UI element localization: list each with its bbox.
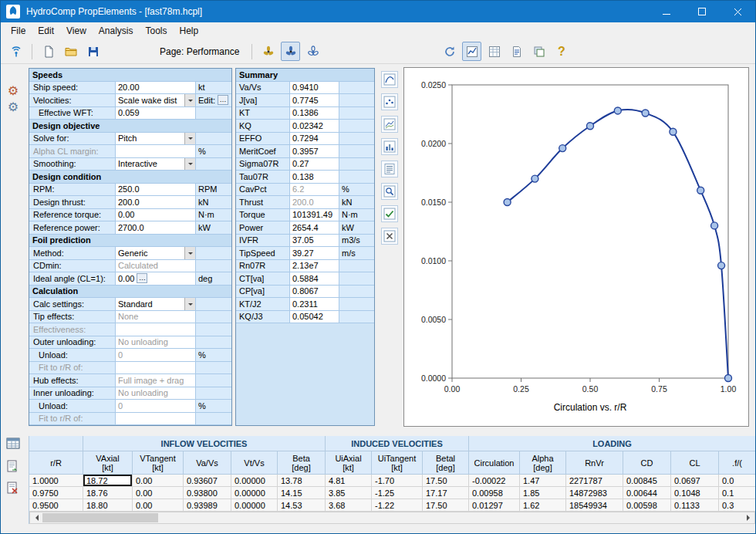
form-field-fit-to-r-r-of[interactable] — [116, 362, 196, 375]
curve-plot-button[interactable] — [381, 71, 398, 88]
data-point-7[interactable] — [697, 187, 704, 194]
col-header-f[interactable]: .f/( — [719, 451, 755, 475]
cancel-button[interactable] — [381, 228, 398, 245]
col-header-r-r[interactable]: r/R — [29, 451, 83, 475]
data-point-8[interactable] — [711, 222, 718, 229]
scroll-left-arrow[interactable] — [30, 512, 42, 523]
cell-vtangent-kt-2[interactable]: 0.00 — [133, 499, 184, 512]
data-point-10[interactable] — [725, 375, 732, 382]
wake-propeller-button[interactable] — [303, 42, 322, 61]
ellipsis-button[interactable]: … — [137, 273, 147, 283]
cell-beta-deg-0[interactable]: 13.78 — [278, 475, 326, 487]
col-header-cd[interactable]: CD — [623, 451, 671, 475]
cell-rnvr-1[interactable]: 14872983 — [566, 487, 623, 499]
help-button[interactable]: ? — [552, 42, 571, 61]
form-field-effective-wft[interactable]: 0.059 — [116, 107, 196, 120]
cell-va-vs-2[interactable]: 0.93989 — [184, 499, 231, 512]
save-file-button[interactable] — [83, 42, 103, 61]
cell-f-2[interactable]: 0.3 — [719, 499, 755, 512]
form-field-reference-power[interactable]: 2700.0 — [116, 221, 196, 235]
data-point-1[interactable] — [532, 175, 538, 182]
data-point-3[interactable] — [587, 123, 594, 130]
form-field-tip-effects[interactable]: None — [116, 311, 196, 324]
cell-beta-deg-2[interactable]: 14.53 — [278, 499, 326, 512]
dropdown-arrow-icon[interactable] — [184, 94, 195, 106]
export-table-button[interactable] — [4, 458, 22, 476]
design-propeller-button[interactable] — [258, 42, 278, 61]
scroll-right-arrow[interactable] — [742, 512, 754, 523]
dropdown-arrow-icon[interactable] — [184, 247, 195, 259]
cell-vaxial-kt-0[interactable]: 18.72 — [83, 475, 133, 487]
cell-cl-0[interactable]: 0.0697 — [671, 475, 719, 487]
data-point-2[interactable] — [559, 145, 566, 152]
minimize-button[interactable] — [649, 1, 684, 22]
horizontal-scrollbar[interactable] — [29, 512, 755, 524]
zoom-plot-button[interactable] — [381, 183, 398, 200]
col-header-alpha-deg[interactable]: Alpha [deg] — [520, 451, 566, 475]
form-field-velocities[interactable]: Scale wake dist — [116, 94, 196, 107]
col-header-beta-deg[interactable]: Beta [deg] — [278, 451, 326, 475]
cell-cd-2[interactable]: 0.00598 — [623, 499, 671, 512]
data-point-9[interactable] — [718, 262, 725, 269]
cell-vt-vs-1[interactable]: 0.00000 — [231, 487, 278, 499]
cell-uiaxial-kt-1[interactable]: 3.85 — [326, 487, 372, 499]
cell-circulation-1[interactable]: 0.00958 — [469, 487, 520, 499]
form-field-inner-unloading[interactable]: No unloading — [116, 387, 196, 400]
col-header-betal-deg[interactable]: Betal [deg] — [423, 451, 469, 475]
cell-alpha-deg-1[interactable]: 1.85 — [520, 487, 566, 499]
cell-r-r-1[interactable]: 0.9750 — [29, 487, 83, 499]
form-field-fit-to-r-r-of[interactable] — [116, 413, 196, 426]
cell-vt-vs-0[interactable]: 0.00000 — [231, 475, 278, 487]
col-header-vt-vs[interactable]: Vt/Vs — [231, 451, 278, 475]
menu-item-view[interactable]: View — [60, 23, 93, 39]
cell-betal-deg-1[interactable]: 17.17 — [423, 487, 469, 499]
chart-view-button[interactable] — [462, 42, 481, 61]
cell-r-r-0[interactable]: 1.0000 — [29, 475, 83, 487]
maximize-button[interactable] — [684, 1, 720, 22]
menu-item-analysis[interactable]: Analysis — [93, 23, 140, 39]
cell-cd-1[interactable]: 0.00644 — [623, 487, 671, 499]
form-field-alpha-cl-margin[interactable] — [116, 145, 196, 158]
menu-item-help[interactable]: Help — [174, 23, 205, 39]
cell-r-r-2[interactable]: 0.9500 — [29, 499, 83, 512]
data-point-5[interactable] — [642, 110, 649, 117]
cell-uitangent-kt-2[interactable]: -1.22 — [372, 499, 423, 512]
col-header-rnvr[interactable]: RnVr — [566, 451, 623, 475]
form-field-hub-effects[interactable]: Full image + drag — [116, 374, 196, 387]
cell-vt-vs-2[interactable]: 0.00000 — [231, 499, 278, 512]
cell-f-1[interactable]: 0.1 — [719, 487, 755, 499]
col-header-circulation[interactable]: Circulation — [469, 451, 520, 475]
open-file-button[interactable] — [61, 42, 80, 61]
table-view-button[interactable] — [484, 42, 504, 61]
col-header-vtangent-kt[interactable]: VTangent [kt] — [133, 451, 184, 475]
multi-plot-button[interactable] — [381, 116, 398, 133]
cell-rnvr-0[interactable]: 2271787 — [566, 475, 623, 487]
new-file-button[interactable] — [39, 42, 58, 61]
form-field-smoothing[interactable]: Interactive — [116, 158, 196, 171]
close-button[interactable] — [720, 1, 755, 22]
data-point-4[interactable] — [614, 107, 621, 114]
cell-circulation-2[interactable]: 0.01297 — [469, 499, 520, 512]
form-field-cdmin[interactable]: Calculated — [116, 260, 196, 273]
cell-rnvr-2[interactable]: 18549934 — [566, 499, 623, 512]
form-field-unload[interactable]: 0 — [116, 400, 196, 413]
data-point-6[interactable] — [670, 128, 677, 135]
refresh-button[interactable] — [440, 42, 459, 61]
cell-beta-deg-1[interactable]: 14.15 — [278, 487, 326, 499]
apply-button[interactable] — [381, 205, 398, 222]
form-field-effectiveness[interactable] — [116, 323, 196, 336]
form-field-rpm[interactable]: 250.0 — [116, 184, 196, 197]
cell-vaxial-kt-2[interactable]: 18.80 — [83, 499, 133, 512]
cell-vtangent-kt-1[interactable]: 0.00 — [133, 487, 184, 499]
copy-chart-button[interactable] — [529, 42, 548, 61]
menu-item-file[interactable]: File — [5, 23, 32, 39]
menu-item-edit[interactable]: Edit — [32, 23, 60, 39]
cell-f-0[interactable]: 0.0 — [719, 475, 755, 487]
cell-alpha-deg-0[interactable]: 1.47 — [520, 475, 566, 487]
bar-plot-button[interactable] — [381, 138, 398, 155]
menu-item-tools[interactable]: Tools — [140, 23, 174, 39]
cell-betal-deg-0[interactable]: 17.50 — [423, 475, 469, 487]
col-header-uitangent-kt[interactable]: UiTangent [kt] — [372, 451, 423, 475]
cell-cd-0[interactable]: 0.00845 — [623, 475, 671, 487]
cell-uiaxial-kt-2[interactable]: 3.68 — [326, 499, 372, 512]
